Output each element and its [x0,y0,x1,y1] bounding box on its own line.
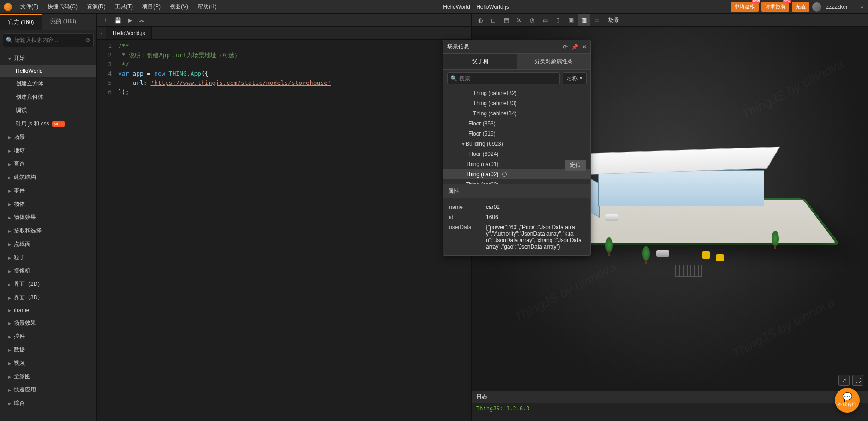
menu-view[interactable]: 视图(V) [165,0,193,13]
sidebar-item[interactable]: ▸界面（3D） [0,291,96,304]
sidebar-item[interactable]: ▸摄像机 [0,264,96,278]
code-editor[interactable]: 123456 /** * 说明：创建App，url为场景地址（可选） */ va… [97,40,471,421]
scene-tree-row[interactable]: Thing (cabinetB2) [443,88,590,98]
scene-search-input[interactable] [459,74,557,83]
scene-tree-row[interactable]: ▾Building (6923) [443,139,590,149]
sidebar-item[interactable]: ▸场景效果 [0,316,96,330]
sidebar-subitem[interactable]: 创建立方体 [0,77,96,90]
sidebar-item[interactable]: ▾开始 [0,52,96,65]
scene-search-box[interactable]: 🔍 [447,72,560,84]
sidebar-subitem[interactable]: 创建几何体 [0,90,96,104]
sidebar-item[interactable]: ▸全景图 [0,370,96,383]
menubar: 文件(F) 快捷代码(C) 资源(R) 工具(T) 项目(P) 视图(V) 帮助… [0,0,868,14]
panel-refresh-icon[interactable]: ⟳ [563,44,568,50]
close-icon[interactable]: ✕ [860,4,864,10]
scene-tree-row[interactable]: Floor (516) [443,129,590,139]
menu-quickcode[interactable]: 快捷代码(C) [43,0,82,13]
menu-file[interactable]: 文件(F) [16,0,43,13]
scene-tree-row[interactable]: Floor (6924) [443,149,590,159]
app-logo [4,3,12,11]
sidebar-item[interactable]: ▸快速应用 [0,383,96,397]
scene-tree: Thing (cabinetB2)Thing (cabinetB3)Thing … [443,87,590,184]
apply-modeling-button[interactable]: 申请建模 [731,2,759,12]
recharge-button[interactable]: 充值 [792,2,809,12]
vp-cube-icon[interactable]: ◻ [487,14,499,26]
watermark-2: ThingJS by uinnova [739,56,846,123]
vp-split-icon[interactable]: ▯ [552,14,564,26]
gutter: 123456 [97,40,115,421]
sidebar-item[interactable]: ▸界面（2D） [0,278,96,291]
vp-image-icon[interactable]: ▣ [565,14,577,26]
tab-class-tree[interactable]: 分类对象属性树 [517,54,590,70]
vp-globe-icon[interactable]: ◐ [474,14,486,26]
menu-help[interactable]: 帮助(H) [193,0,221,13]
sidebar-item[interactable]: ▸地球 [0,144,96,157]
vp-clock-icon[interactable]: ◷ [526,14,538,26]
sidebar-item[interactable]: ▸拾取和选择 [0,224,96,237]
open-external-icon[interactable]: ↗ [838,375,850,386]
sidebar-item[interactable]: ▸点线面 [0,237,96,251]
request-help-button[interactable]: 请求协助 [761,2,789,12]
run-icon[interactable]: ▶ [124,14,136,26]
vp-panel-icon[interactable]: ▥ [578,14,590,26]
file-tab-helloworld[interactable]: HelloWorld.js [106,27,152,39]
scene-panel-title: 场景信息 [447,43,559,51]
sidebar-item[interactable]: ▸视频 [0,356,96,370]
save-icon[interactable]: 💾 [112,14,124,26]
scene-tree-row[interactable]: Floor (353) [443,119,590,129]
prop-value: {"power":"60","Price":"JsonData array","… [486,224,585,250]
sidebar-item[interactable]: ▸场景 [0,130,96,144]
locate-button[interactable]: 定位 [565,160,586,171]
scene-tree-row[interactable]: Thing (cabinetB4) [443,108,590,119]
sidebar-item[interactable]: ▸事件 [0,184,96,197]
username-label[interactable]: zzzzzker [826,4,848,10]
panel-pin-icon[interactable]: 📌 [571,44,578,50]
sidebar-item[interactable]: ▸粒子 [0,251,96,264]
avatar[interactable] [812,2,821,12]
refresh-icon[interactable]: ⟳ [86,37,90,43]
menu-tools[interactable]: 工具(T) [110,0,138,13]
sidebar-item[interactable]: ▸物体效果 [0,211,96,224]
prop-key: userData [449,224,486,250]
scene-tree-row[interactable]: Thing (cabinetB3) [443,98,590,108]
tab-mine[interactable]: 我的 (108) [42,14,84,30]
props-list: namecar02id1606userData{"power":"60","Pr… [443,198,590,255]
log-title[interactable]: 日志 [472,391,868,403]
tab-official[interactable]: 官方 (160) [0,14,42,30]
tab-prev-icon[interactable]: ‹ [97,27,106,39]
vp-window-icon[interactable]: ▭ [539,14,551,26]
main: 官方 (160) 我的 (108) 🔍 ⟳ ▾开始HelloWorld创建立方体… [0,14,868,421]
sidebar-item[interactable]: ▸控件 [0,330,96,343]
sidebar-subitem[interactable]: 引用 js 和 cssNEU [0,117,96,130]
panel-close-icon[interactable]: ✕ [582,44,587,50]
sidebar-subitem[interactable]: 调试 [0,104,96,117]
share-icon[interactable]: ⫘ [136,14,148,26]
scene-search-by-select[interactable]: 名称 ▾ [563,72,587,84]
visibility-toggle-icon[interactable] [502,172,507,177]
editor-toolbar: ＋ 💾 ▶ ⫘ [97,14,471,27]
sidebar-subitem[interactable]: HelloWorld [0,65,96,77]
vp-sphere-icon[interactable]: ⦿ [513,14,525,26]
tab-parent-tree[interactable]: 父子树 [443,54,517,70]
chat-label: 在线咨询 [838,401,856,408]
left-search-input[interactable] [15,36,84,45]
scene-tree-row[interactable]: Thing (car03) [443,179,590,184]
sidebar-item[interactable]: ▸综合 [0,397,96,410]
chat-bubble[interactable]: 💬 在线咨询 [835,388,860,413]
sidebar-item[interactable]: ▸物体 [0,197,96,211]
vp-settings-icon[interactable]: ☰ [591,14,603,26]
sidebar-item[interactable]: ▸建筑结构 [0,171,96,184]
prop-value: car02 [486,204,585,210]
menu-resource[interactable]: 资源(R) [82,0,110,13]
sidebar-item[interactable]: ▸查询 [0,157,96,171]
prop-row: namecar02 [449,202,585,212]
new-file-icon[interactable]: ＋ [100,14,112,26]
sidebar-item[interactable]: ▸数据 [0,343,96,356]
vp-doc-icon[interactable]: ▤ [500,14,512,26]
fullscreen-icon[interactable]: ⛶ [852,375,863,386]
menu-project[interactable]: 项目(P) [138,0,165,13]
left-search[interactable]: 🔍 ⟳ [3,33,94,47]
log-line: ThingJS: 1.2.6.3 [472,403,868,421]
code-area[interactable]: /** * 说明：创建App，url为场景地址（可选） */ var app =… [115,40,471,421]
sidebar-item[interactable]: ▸iframe [0,304,96,316]
